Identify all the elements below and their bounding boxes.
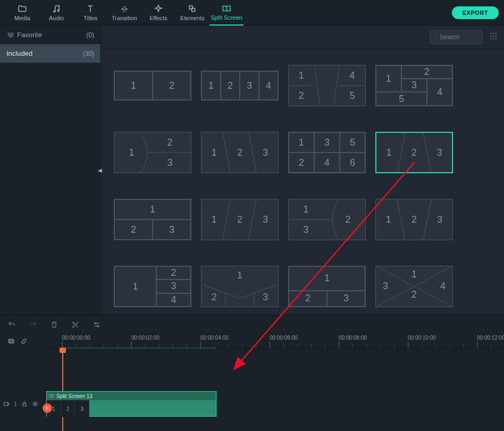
template-item[interactable]: 1 2 — [114, 71, 191, 100]
template-item-selected[interactable]: 1 2 3 — [375, 132, 453, 173]
template-cell: 3 — [253, 132, 278, 173]
track-head: 1 — [0, 391, 46, 417]
settings-icon[interactable] — [93, 320, 101, 329]
sidebar-label: Favorite — [17, 31, 42, 39]
video-track-icon[interactable] — [3, 401, 10, 407]
tab-media[interactable]: Media — [5, 0, 39, 26]
link-icon[interactable] — [20, 337, 28, 345]
frame-icon[interactable] — [7, 337, 15, 345]
ruler-label: 00:00:04:00 — [200, 335, 229, 341]
clip-thumbs: 1 2 3 — [47, 400, 89, 417]
collapse-handle[interactable]: ◀ — [98, 167, 102, 173]
tab-label: Split Screen — [211, 14, 242, 21]
audio-icon — [52, 4, 61, 14]
content-panel: ◀ 1 2 1 2 3 4 1 2 — [101, 26, 504, 315]
template-cell: 1 — [114, 132, 149, 173]
template-item[interactable]: 1 2 3 4 — [375, 266, 453, 307]
grid-view-icon[interactable] — [489, 32, 498, 43]
template-cell: 3 — [156, 280, 191, 293]
track-body[interactable]: Split Screen 13 1 2 3 — [46, 391, 504, 417]
svg-point-42 — [97, 325, 99, 327]
template-cell: 1 — [114, 199, 191, 219]
split-screen-icon — [222, 4, 231, 13]
export-button[interactable]: EXPORT — [452, 6, 499, 19]
svg-rect-79 — [23, 404, 26, 407]
template-cell: 2 — [401, 133, 427, 172]
eye-icon[interactable] — [32, 401, 38, 407]
timeline: 00:00:00:00 00:00:02:00 00:00:04:00 00:0… — [0, 334, 504, 431]
template-item[interactable]: 1 2 3 4 5 — [375, 65, 453, 106]
tracks: 1 Split Screen 13 1 2 3 — [0, 349, 504, 431]
svg-point-41 — [95, 323, 97, 324]
effects-icon — [154, 4, 163, 14]
tab-effects[interactable]: Effects — [141, 0, 175, 26]
svg-point-14 — [490, 38, 491, 39]
template-cell: 4 — [314, 153, 340, 173]
tab-label: Transition — [112, 15, 137, 21]
clip-thumb: 3 — [75, 400, 89, 417]
template-cell: 2 — [401, 199, 427, 240]
clip-thumb: 2 — [61, 400, 75, 417]
template-item[interactable]: 1 2 4 5 — [288, 65, 366, 106]
lock-icon[interactable] — [21, 401, 28, 407]
template-item[interactable]: 1 2 3 4 5 6 — [288, 132, 366, 173]
template-item[interactable]: 1 2 3 — [288, 199, 366, 240]
tab-label: Effects — [149, 15, 167, 21]
template-cell: 2 — [289, 291, 327, 307]
template-cell: 2 — [153, 71, 191, 100]
template-cell: 3 — [289, 219, 323, 240]
trash-icon[interactable] — [50, 320, 58, 329]
heart-icon — [6, 31, 14, 39]
template-item[interactable]: 1 2 3 — [288, 266, 366, 307]
ruler[interactable]: 00:00:00:00 00:00:02:00 00:00:04:00 00:0… — [46, 334, 504, 349]
template-cell: 3 — [253, 289, 278, 307]
svg-line-7 — [437, 37, 438, 38]
tab-split-screen[interactable]: Split Screen — [209, 0, 243, 26]
timeline-clip[interactable]: Split Screen 13 1 2 3 — [46, 391, 216, 417]
search-box[interactable] — [430, 30, 483, 44]
svg-point-11 — [490, 36, 491, 37]
svg-point-8 — [490, 33, 491, 34]
template-cell: 4 — [259, 71, 278, 100]
sidebar-count: (30) — [83, 50, 94, 57]
template-item[interactable]: 1 2 3 — [201, 266, 279, 307]
playhead[interactable] — [62, 349, 63, 431]
scissors-icon[interactable] — [71, 320, 80, 329]
template-item[interactable]: 1 2 3 — [375, 199, 453, 240]
content-header — [101, 26, 504, 49]
redo-icon[interactable] — [29, 320, 37, 329]
svg-line-19 — [315, 65, 321, 106]
template-item[interactable]: 1 2 3 — [201, 199, 279, 240]
template-cell: 3 — [253, 199, 278, 240]
template-cell: 6 — [340, 153, 365, 173]
sidebar-item-favorite[interactable]: Favorite (0) — [0, 26, 100, 44]
sidebar-item-included[interactable]: Included (30) — [0, 44, 100, 63]
tab-elements[interactable]: Elements — [175, 0, 209, 26]
clip-header: Split Screen 13 — [47, 392, 216, 400]
svg-point-1 — [57, 10, 59, 11]
svg-point-13 — [495, 36, 497, 37]
template-cell: 2 — [402, 286, 425, 302]
clip-cut-handle[interactable] — [43, 403, 52, 413]
template-cell: 1 — [289, 199, 323, 219]
template-cell: 2 — [331, 199, 365, 240]
undo-icon[interactable] — [7, 320, 16, 329]
template-item[interactable]: 1 2 3 — [114, 199, 191, 240]
template-item[interactable]: 1 2 3 — [114, 132, 191, 173]
split-screen-icon — [49, 393, 54, 399]
folder-icon — [18, 4, 27, 14]
ruler-label: 00:00:10:00 — [408, 335, 436, 341]
template-item[interactable]: 1 2 3 — [201, 132, 279, 173]
template-cell: 3 — [427, 199, 452, 240]
tab-titles[interactable]: Titles — [73, 0, 107, 26]
template-cell: 2 — [114, 219, 153, 240]
template-item[interactable]: 1 2 3 4 — [201, 71, 279, 100]
tab-transition[interactable]: Transition — [107, 0, 141, 26]
svg-point-10 — [495, 33, 497, 34]
search-input[interactable] — [440, 33, 477, 41]
sidebar-count: (0) — [86, 31, 94, 39]
template-cell: 4 — [427, 79, 452, 106]
template-cell: 1 — [376, 199, 401, 240]
template-item[interactable]: 1 2 3 4 — [114, 266, 191, 307]
tab-audio[interactable]: Audio — [39, 0, 73, 26]
